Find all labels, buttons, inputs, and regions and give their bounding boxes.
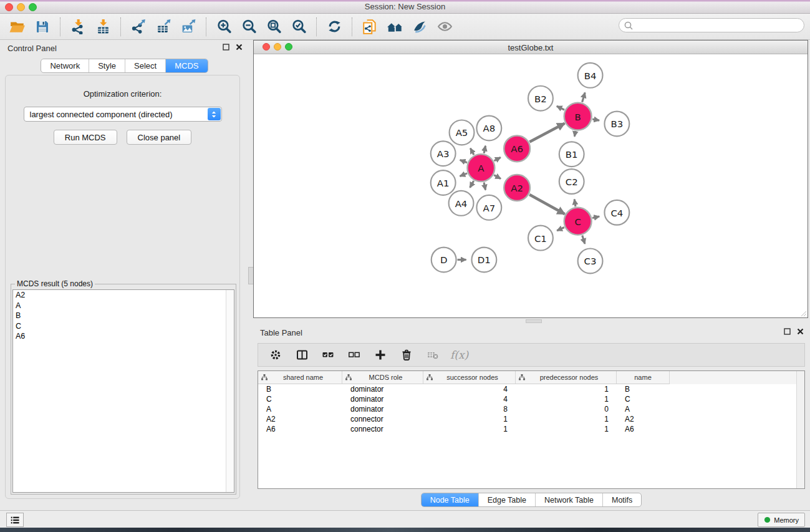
column-header-predecessor-nodes[interactable]: predecessor nodes xyxy=(516,371,617,384)
add-row-button[interactable] xyxy=(372,346,389,364)
delete-table-icon xyxy=(427,349,439,361)
export-table-button[interactable] xyxy=(151,16,176,37)
columns-icon xyxy=(296,349,309,361)
result-item-a6[interactable]: A6 xyxy=(13,331,234,342)
table-scrollbar[interactable] xyxy=(796,371,804,488)
control-panel-tabs: NetworkStyleSelectMCDS xyxy=(41,59,208,73)
tab-mcds[interactable]: MCDS xyxy=(165,59,207,72)
delete-row-button[interactable] xyxy=(398,346,415,364)
graph-edge-C-C1[interactable] xyxy=(557,228,564,231)
column-header-mcds-role[interactable]: MCDS role xyxy=(342,371,423,384)
window-title: Session: New Session xyxy=(0,2,810,11)
export-image-button[interactable] xyxy=(176,16,201,37)
hide-graphics-details-button[interactable] xyxy=(407,16,432,37)
table-tab-node-table[interactable]: Node Table xyxy=(422,493,478,506)
graph-edge-A-A7[interactable] xyxy=(484,183,485,190)
close-panel-icon[interactable] xyxy=(797,328,804,335)
graph-edge-B-B4[interactable] xyxy=(582,92,586,102)
table-row[interactable]: A6connector11A6 xyxy=(258,424,804,434)
graph-edge-A2-C[interactable] xyxy=(529,195,565,214)
import-network-icon xyxy=(70,19,86,34)
search-field[interactable] xyxy=(636,21,792,30)
float-panel-icon[interactable] xyxy=(784,328,791,335)
cell-mcds-role: connector xyxy=(342,424,423,434)
select-all-button[interactable] xyxy=(319,346,337,364)
result-item-a[interactable]: A xyxy=(13,301,234,311)
memory-button[interactable]: Memory xyxy=(758,513,805,527)
function-builder-button[interactable]: f(x) xyxy=(450,346,468,364)
result-item-a2[interactable]: A2 xyxy=(13,290,234,301)
table-tab-network-table[interactable]: Network Table xyxy=(535,493,602,506)
network-window-titlebar[interactable]: testGlobe.txt xyxy=(254,41,808,54)
tab-select[interactable]: Select xyxy=(125,59,165,72)
horizontal-splitter-handle[interactable] xyxy=(526,319,542,323)
deselect-all-button[interactable] xyxy=(345,346,363,364)
open-button[interactable] xyxy=(5,16,30,37)
tab-network[interactable]: Network xyxy=(41,59,89,72)
table-tab-motifs[interactable]: Motifs xyxy=(602,493,641,506)
delete-table-button[interactable] xyxy=(424,346,441,364)
column-header-successor-nodes[interactable]: successor nodes xyxy=(423,371,516,384)
mcds-result-list[interactable]: A2ABCA6 xyxy=(12,289,234,493)
memory-status-icon xyxy=(764,516,771,523)
close-panel-icon[interactable] xyxy=(236,44,243,51)
graph-edge-C-C3[interactable] xyxy=(582,236,585,244)
import-table-button[interactable] xyxy=(90,16,115,37)
save-button[interactable] xyxy=(30,16,55,37)
graph-node-label-C: C xyxy=(574,216,581,228)
select-all-icon xyxy=(322,349,334,361)
graph-edge-C-C4[interactable] xyxy=(592,216,599,218)
graph-edge-A-A8[interactable] xyxy=(484,146,485,153)
result-item-b[interactable]: B xyxy=(13,311,234,321)
table-options-button[interactable] xyxy=(267,346,284,364)
graph-edge-A-A5[interactable] xyxy=(470,148,474,155)
search-input[interactable] xyxy=(619,18,804,32)
graph-edge-B-B3[interactable] xyxy=(592,119,599,120)
refresh-button[interactable] xyxy=(322,16,347,37)
graph-edge-A-A2[interactable] xyxy=(494,175,501,179)
graph-node-label-C1: C1 xyxy=(534,233,547,244)
import-network-button[interactable] xyxy=(65,16,90,37)
table-row[interactable]: Bdominator41B xyxy=(258,384,804,394)
tab-style[interactable]: Style xyxy=(89,59,125,72)
zoom-fit-button[interactable] xyxy=(261,16,286,37)
table-row[interactable]: Adominator80A xyxy=(258,404,804,414)
duplicate-network-button[interactable] xyxy=(357,16,382,37)
table-row[interactable]: A2connector11A2 xyxy=(258,414,804,424)
show-columns-button[interactable] xyxy=(293,346,311,364)
column-header-name[interactable]: name xyxy=(617,371,670,384)
graph-edge-A6-B[interactable] xyxy=(529,123,564,142)
control-panel-title: Control Panel xyxy=(7,44,57,53)
zoom-out-button[interactable] xyxy=(236,16,261,37)
hide-graphics-details-icon xyxy=(412,19,428,34)
graph-edge-B-B2[interactable] xyxy=(557,106,564,110)
graph-edge-C-C2[interactable] xyxy=(574,200,576,207)
graph-edge-A-A6[interactable] xyxy=(494,157,500,161)
zoom-in-button[interactable] xyxy=(211,16,236,37)
open-folder-icon xyxy=(9,19,26,35)
home-button[interactable] xyxy=(382,16,407,37)
graph-node-label-A5: A5 xyxy=(456,127,468,138)
task-history-button[interactable] xyxy=(6,513,24,527)
run-mcds-button[interactable]: Run MCDS xyxy=(54,130,117,145)
result-item-c[interactable]: C xyxy=(13,321,234,332)
network-graph[interactable]: B4B2BB3A5A8A6A3B1AA1C2A2A4A7C4CC1C3DD1 xyxy=(254,54,808,317)
show-graphics-details-button[interactable] xyxy=(432,16,457,37)
graph-edge-A-A4[interactable] xyxy=(470,181,474,188)
zoom-selected-button[interactable] xyxy=(286,16,311,37)
float-panel-icon[interactable] xyxy=(223,44,229,51)
graph-node-label-C4: C4 xyxy=(610,208,623,219)
resize-grip-icon[interactable] xyxy=(799,309,807,317)
graph-node-label-A7: A7 xyxy=(483,203,495,214)
column-header-shared-name[interactable]: shared name xyxy=(258,371,342,384)
export-network-button[interactable] xyxy=(126,16,151,37)
optimization-criterion-dropdown[interactable]: largest connected component (directed) xyxy=(24,107,222,122)
network-canvas[interactable]: B4B2BB3A5A8A6A3B1AA1C2A2A4A7C4CC1C3DD1 xyxy=(254,54,808,317)
graph-edge-A-A1[interactable] xyxy=(460,173,468,177)
close-panel-button[interactable]: Close panel xyxy=(127,130,192,145)
table-tab-edge-table[interactable]: Edge Table xyxy=(478,493,535,506)
graph-edge-A-A3[interactable] xyxy=(460,160,467,162)
graph-edge-B-B1[interactable] xyxy=(574,131,575,137)
table-row[interactable]: Cdominator41C xyxy=(258,394,804,404)
result-scrollbar[interactable] xyxy=(226,290,234,492)
